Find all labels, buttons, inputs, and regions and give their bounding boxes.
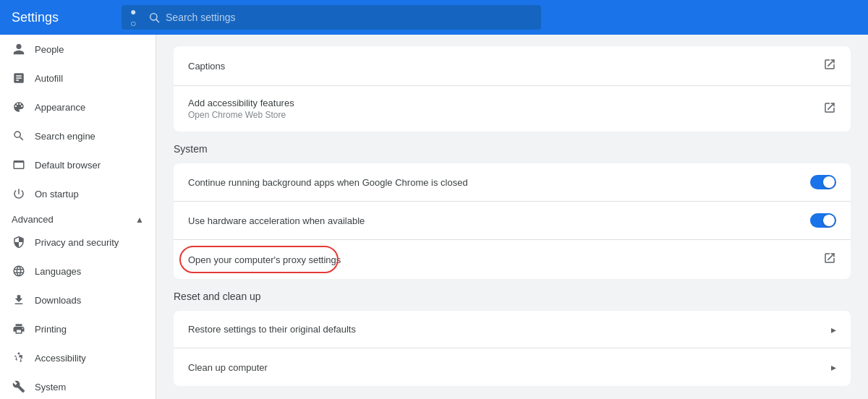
captions-external-link-icon <box>823 58 836 74</box>
accessibility-card: Captions Add accessibility features Open… <box>174 46 851 132</box>
sidebar-item-accessibility[interactable]: Accessibility <box>0 343 156 372</box>
sidebar-item-languages[interactable]: Languages <box>0 257 156 286</box>
shield-icon <box>12 235 26 249</box>
reset-section-title: Reset and clean up <box>174 291 851 302</box>
search-bar[interactable]: ● ○ <box>122 5 541 30</box>
sidebar-item-search[interactable]: Search engine <box>0 121 156 150</box>
person-icon <box>12 42 26 56</box>
download-icon <box>12 293 26 307</box>
add-accessibility-external-link-icon <box>823 101 836 117</box>
background-apps-label: Continue running background apps when Go… <box>188 177 810 188</box>
sidebar-accessibility-label: Accessibility <box>35 353 86 364</box>
app-title: Settings <box>12 10 98 25</box>
search-icon-svg <box>148 12 160 23</box>
sidebar-item-system[interactable]: System <box>0 372 156 399</box>
sidebar-on-startup-label: On startup <box>35 189 79 200</box>
background-apps-row[interactable]: Continue running background apps when Go… <box>174 163 851 202</box>
sidebar-default-browser-label: Default browser <box>35 160 101 171</box>
sidebar-privacy-label: Privacy and security <box>35 237 119 248</box>
sidebar-appearance-label: Appearance <box>35 102 85 113</box>
add-accessibility-subtitle: Open Chrome Web Store <box>188 110 823 120</box>
proxy-settings-row[interactable]: Open your computer's proxy settings <box>174 240 851 279</box>
search-icon: ● ○ <box>130 6 142 29</box>
cleanup-computer-label: Clean up computer <box>188 362 831 373</box>
sidebar-item-downloads[interactable]: Downloads <box>0 286 156 314</box>
sidebar-printing-label: Printing <box>35 324 67 335</box>
system-card: Continue running background apps when Go… <box>174 163 851 279</box>
reset-card: Restore settings to their original defau… <box>174 311 851 386</box>
hardware-accel-row[interactable]: Use hardware acceleration when available <box>174 202 851 240</box>
sidebar-item-appearance[interactable]: Appearance <box>0 93 156 121</box>
restore-settings-label: Restore settings to their original defau… <box>188 324 831 335</box>
hardware-accel-toggle[interactable] <box>810 213 836 228</box>
sidebar: People Autofill Appearance Search engine <box>0 35 156 399</box>
system-section-title: System <box>174 143 851 155</box>
globe-icon <box>12 264 26 278</box>
restore-settings-row[interactable]: Restore settings to their original defau… <box>174 311 851 348</box>
appearance-icon <box>12 100 26 114</box>
settings-content: Captions Add accessibility features Open… <box>156 35 868 399</box>
sidebar-languages-label: Languages <box>35 266 81 277</box>
sidebar-downloads-label: Downloads <box>35 295 81 306</box>
browser-icon <box>12 158 26 172</box>
search-nav-icon <box>12 129 26 143</box>
cleanup-computer-row[interactable]: Clean up computer ▸ <box>174 348 851 386</box>
svg-point-2 <box>18 353 20 355</box>
sidebar-item-autofill[interactable]: Autofill <box>0 64 156 93</box>
add-accessibility-label: Add accessibility features <box>188 98 823 108</box>
sidebar-system-label: System <box>35 382 66 392</box>
add-accessibility-row[interactable]: Add accessibility features Open Chrome W… <box>174 86 851 132</box>
sidebar-people-label: People <box>35 44 64 55</box>
restore-settings-arrow-icon: ▸ <box>831 324 836 335</box>
sidebar-item-default-browser[interactable]: Default browser <box>0 150 156 179</box>
proxy-external-link-icon <box>823 252 836 267</box>
cleanup-computer-arrow-icon: ▸ <box>831 361 836 373</box>
advanced-label: Advanced <box>12 214 54 225</box>
svg-line-1 <box>156 20 159 22</box>
advanced-section-header[interactable]: Advanced ▲ <box>0 208 156 228</box>
sidebar-item-privacy[interactable]: Privacy and security <box>0 228 156 257</box>
sidebar-autofill-label: Autofill <box>35 73 63 84</box>
advanced-chevron-icon: ▲ <box>135 215 144 225</box>
system-icon <box>12 379 26 394</box>
hardware-accel-toggle-knob <box>823 215 835 226</box>
autofill-icon <box>12 71 26 85</box>
proxy-settings-label: Open your computer's proxy settings <box>188 254 823 265</box>
print-icon <box>12 322 26 336</box>
sidebar-search-label: Search engine <box>35 131 95 142</box>
power-icon <box>12 186 26 201</box>
background-apps-toggle[interactable] <box>810 175 836 189</box>
sidebar-item-printing[interactable]: Printing <box>0 314 156 343</box>
captions-label: Captions <box>188 61 823 72</box>
hardware-accel-label: Use hardware acceleration when available <box>188 215 810 226</box>
sidebar-item-on-startup[interactable]: On startup <box>0 179 156 208</box>
header: Settings ● ○ <box>0 0 868 35</box>
captions-row[interactable]: Captions <box>174 46 851 86</box>
accessibility-icon <box>12 351 26 365</box>
sidebar-item-people[interactable]: People <box>0 35 156 64</box>
main-layout: People Autofill Appearance Search engine <box>0 35 868 399</box>
background-apps-toggle-knob <box>823 176 835 188</box>
search-input[interactable] <box>166 12 532 23</box>
